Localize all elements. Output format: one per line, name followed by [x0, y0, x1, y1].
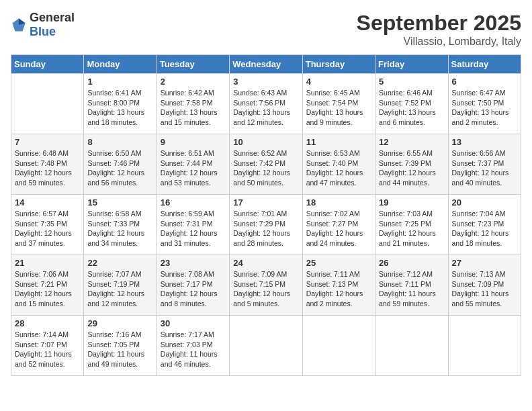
logo-general: General — [30, 11, 75, 24]
calendar-cell: 5Sunrise: 6:46 AMSunset: 7:52 PMDaylight… — [375, 74, 448, 134]
day-number: 8 — [87, 137, 152, 147]
logo-blue: Blue — [30, 25, 56, 38]
day-info: Sunrise: 7:04 AMSunset: 7:23 PMDaylight:… — [452, 209, 517, 248]
weekday-header-saturday: Saturday — [448, 55, 521, 74]
logo-text: General Blue — [30, 11, 75, 39]
day-number: 19 — [379, 197, 444, 208]
calendar-week-5: 28Sunrise: 7:14 AMSunset: 7:07 PMDayligh… — [11, 316, 521, 376]
day-number: 7 — [15, 137, 80, 147]
logo: General Blue — [11, 11, 75, 39]
calendar-cell: 29Sunrise: 7:16 AMSunset: 7:05 PMDayligh… — [84, 316, 157, 376]
day-info: Sunrise: 7:11 AMSunset: 7:13 PMDaylight:… — [306, 269, 371, 309]
calendar-cell: 12Sunrise: 6:55 AMSunset: 7:39 PMDayligh… — [375, 134, 448, 195]
day-number: 16 — [161, 197, 226, 208]
day-number: 11 — [306, 137, 371, 147]
calendar-cell: 23Sunrise: 7:08 AMSunset: 7:17 PMDayligh… — [157, 255, 229, 316]
day-number: 27 — [452, 258, 517, 268]
day-number: 28 — [15, 318, 80, 328]
day-number: 25 — [306, 258, 371, 268]
day-number: 23 — [161, 258, 226, 268]
calendar-cell: 20Sunrise: 7:04 AMSunset: 7:23 PMDayligh… — [448, 195, 521, 255]
calendar-cell — [11, 74, 84, 134]
calendar-table: SundayMondayTuesdayWednesdayThursdayFrid… — [11, 54, 521, 376]
day-info: Sunrise: 7:16 AMSunset: 7:05 PMDaylight:… — [87, 330, 152, 369]
calendar-cell: 27Sunrise: 7:13 AMSunset: 7:09 PMDayligh… — [448, 255, 521, 316]
day-number: 24 — [233, 258, 298, 268]
calendar-cell: 1Sunrise: 6:41 AMSunset: 8:00 PMDaylight… — [84, 74, 157, 134]
day-info: Sunrise: 7:03 AMSunset: 7:25 PMDaylight:… — [379, 209, 444, 248]
calendar-cell: 30Sunrise: 7:17 AMSunset: 7:03 PMDayligh… — [157, 316, 229, 376]
day-number: 4 — [306, 77, 371, 87]
day-info: Sunrise: 6:56 AMSunset: 7:37 PMDaylight:… — [452, 148, 517, 188]
calendar-cell — [448, 316, 521, 376]
day-number: 6 — [452, 77, 517, 87]
day-info: Sunrise: 7:02 AMSunset: 7:27 PMDaylight:… — [306, 209, 371, 248]
weekday-header-row: SundayMondayTuesdayWednesdayThursdayFrid… — [11, 55, 521, 74]
weekday-header-monday: Monday — [84, 55, 157, 74]
day-info: Sunrise: 7:06 AMSunset: 7:21 PMDaylight:… — [15, 269, 80, 309]
calendar-cell: 8Sunrise: 6:50 AMSunset: 7:46 PMDaylight… — [84, 134, 157, 195]
weekday-header-tuesday: Tuesday — [157, 55, 229, 74]
day-number: 13 — [452, 137, 517, 147]
day-info: Sunrise: 6:48 AMSunset: 7:48 PMDaylight:… — [15, 148, 80, 188]
calendar-cell: 24Sunrise: 7:09 AMSunset: 7:15 PMDayligh… — [230, 255, 302, 316]
day-number: 5 — [379, 77, 444, 87]
day-info: Sunrise: 6:47 AMSunset: 7:50 PMDaylight:… — [452, 88, 517, 128]
day-number: 17 — [233, 197, 298, 208]
day-number: 9 — [161, 137, 226, 147]
calendar-cell: 22Sunrise: 7:07 AMSunset: 7:19 PMDayligh… — [84, 255, 157, 316]
day-info: Sunrise: 7:09 AMSunset: 7:15 PMDaylight:… — [233, 269, 298, 309]
calendar-cell: 15Sunrise: 6:58 AMSunset: 7:33 PMDayligh… — [84, 195, 157, 255]
page-header: General Blue September 2025 Villassio, L… — [11, 11, 521, 48]
weekday-header-thursday: Thursday — [302, 55, 375, 74]
calendar-cell: 6Sunrise: 6:47 AMSunset: 7:50 PMDaylight… — [448, 74, 521, 134]
calendar-cell — [230, 316, 302, 376]
location-title: Villassio, Lombardy, Italy — [357, 36, 521, 48]
day-info: Sunrise: 6:58 AMSunset: 7:33 PMDaylight:… — [87, 209, 152, 248]
day-info: Sunrise: 6:46 AMSunset: 7:52 PMDaylight:… — [379, 88, 444, 128]
day-number: 2 — [161, 77, 226, 87]
day-info: Sunrise: 6:52 AMSunset: 7:42 PMDaylight:… — [233, 148, 298, 188]
day-number: 18 — [306, 197, 371, 208]
weekday-header-sunday: Sunday — [11, 55, 84, 74]
day-info: Sunrise: 6:51 AMSunset: 7:44 PMDaylight:… — [161, 148, 226, 188]
calendar-cell: 18Sunrise: 7:02 AMSunset: 7:27 PMDayligh… — [302, 195, 375, 255]
day-info: Sunrise: 6:53 AMSunset: 7:40 PMDaylight:… — [306, 148, 371, 188]
day-info: Sunrise: 6:45 AMSunset: 7:54 PMDaylight:… — [306, 88, 371, 128]
calendar-cell: 26Sunrise: 7:12 AMSunset: 7:11 PMDayligh… — [375, 255, 448, 316]
calendar-cell: 7Sunrise: 6:48 AMSunset: 7:48 PMDaylight… — [11, 134, 84, 195]
weekday-header-wednesday: Wednesday — [230, 55, 302, 74]
calendar-cell: 25Sunrise: 7:11 AMSunset: 7:13 PMDayligh… — [302, 255, 375, 316]
day-info: Sunrise: 7:07 AMSunset: 7:19 PMDaylight:… — [87, 269, 152, 309]
calendar-cell: 3Sunrise: 6:43 AMSunset: 7:56 PMDaylight… — [230, 74, 302, 134]
calendar-cell: 16Sunrise: 6:59 AMSunset: 7:31 PMDayligh… — [157, 195, 229, 255]
logo-icon — [11, 17, 27, 33]
day-number: 20 — [452, 197, 517, 208]
calendar-cell: 14Sunrise: 6:57 AMSunset: 7:35 PMDayligh… — [11, 195, 84, 255]
calendar-week-3: 14Sunrise: 6:57 AMSunset: 7:35 PMDayligh… — [11, 195, 521, 255]
day-number: 14 — [15, 197, 80, 208]
day-info: Sunrise: 7:17 AMSunset: 7:03 PMDaylight:… — [161, 330, 226, 369]
day-info: Sunrise: 7:01 AMSunset: 7:29 PMDaylight:… — [233, 209, 298, 248]
day-info: Sunrise: 6:41 AMSunset: 8:00 PMDaylight:… — [87, 88, 152, 128]
title-section: September 2025 Villassio, Lombardy, Ital… — [357, 11, 521, 48]
calendar-cell: 13Sunrise: 6:56 AMSunset: 7:37 PMDayligh… — [448, 134, 521, 195]
calendar-cell: 11Sunrise: 6:53 AMSunset: 7:40 PMDayligh… — [302, 134, 375, 195]
weekday-header-friday: Friday — [375, 55, 448, 74]
calendar-cell: 2Sunrise: 6:42 AMSunset: 7:58 PMDaylight… — [157, 74, 229, 134]
day-number: 26 — [379, 258, 444, 268]
calendar-cell: 21Sunrise: 7:06 AMSunset: 7:21 PMDayligh… — [11, 255, 84, 316]
day-number: 3 — [233, 77, 298, 87]
day-number: 22 — [87, 258, 152, 268]
calendar-cell: 17Sunrise: 7:01 AMSunset: 7:29 PMDayligh… — [230, 195, 302, 255]
calendar-cell: 9Sunrise: 6:51 AMSunset: 7:44 PMDaylight… — [157, 134, 229, 195]
calendar-week-4: 21Sunrise: 7:06 AMSunset: 7:21 PMDayligh… — [11, 255, 521, 316]
day-number: 21 — [15, 258, 80, 268]
calendar-cell — [302, 316, 375, 376]
day-info: Sunrise: 7:14 AMSunset: 7:07 PMDaylight:… — [15, 330, 80, 369]
day-number: 1 — [87, 77, 152, 87]
day-info: Sunrise: 6:57 AMSunset: 7:35 PMDaylight:… — [15, 209, 80, 248]
day-info: Sunrise: 6:50 AMSunset: 7:46 PMDaylight:… — [87, 148, 152, 188]
day-info: Sunrise: 7:08 AMSunset: 7:17 PMDaylight:… — [161, 269, 226, 309]
calendar-cell — [375, 316, 448, 376]
